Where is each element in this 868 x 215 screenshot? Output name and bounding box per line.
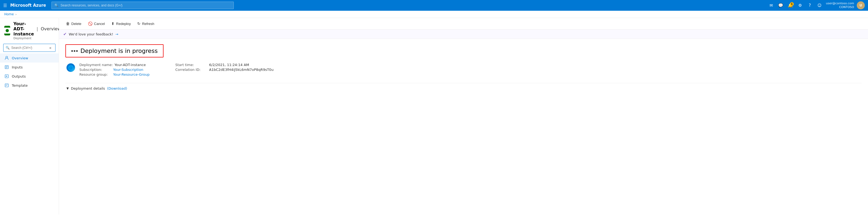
feedback-message: We'd love your feedback!	[69, 32, 114, 36]
start-time-value: 6/2/2021, 11:24:14 AM	[209, 63, 249, 67]
resource-name: Your-ADT-instance	[13, 21, 34, 36]
email-icon-btn[interactable]: ✉	[767, 1, 776, 10]
correlation-label: Correlation ID:	[175, 68, 208, 72]
correlation-row: Correlation ID: A1bC2dE3fH4iJ5kL6mN7oP8q…	[175, 68, 273, 72]
start-time-label: Start time:	[175, 63, 208, 67]
notifications-icon-btn[interactable]: 🔔 1	[786, 1, 795, 10]
overview-icon	[4, 56, 9, 60]
status-section: Deployment is in progress 🌐 Deployment n…	[59, 39, 868, 96]
search-icon: 🔍	[54, 3, 58, 7]
notification-badge: 1	[790, 2, 794, 6]
resource-group-value[interactable]: Your-Resource-Group	[113, 73, 150, 77]
outputs-icon	[4, 74, 9, 79]
cancel-icon: 🚫	[88, 22, 92, 26]
sidebar-item-template[interactable]: Template	[0, 81, 59, 90]
delete-button[interactable]: 🗑 Delete	[63, 20, 84, 27]
main-layout: Your-ADT-instance | Overview 📌 ··· Deplo…	[0, 18, 868, 214]
user-tenant: CONTOSO	[839, 5, 854, 9]
deployment-name-row: Deployment name: Your-ADT-instance	[79, 63, 150, 67]
chevron-down-icon: ▼	[66, 87, 69, 90]
dot-2	[74, 50, 75, 52]
delete-icon: 🗑	[66, 22, 70, 26]
user-info[interactable]: user@contoso.com CONTOSO	[826, 2, 854, 9]
feedback-link[interactable]: →	[115, 32, 118, 36]
settings-icon-btn[interactable]: ⚙	[796, 1, 804, 10]
brand-label: Microsoft Azure	[10, 3, 46, 8]
topbar-right: ✉ 💬 🔔 1 ⚙ ? ☺ user@contoso.com CONTOSO U	[767, 1, 865, 10]
section-label: Overview	[41, 26, 61, 31]
sidebar-header: Your-ADT-instance | Overview 📌 ··· Deplo…	[0, 18, 59, 42]
sidebar-item-inputs-label: Inputs	[12, 65, 23, 69]
deployment-info: 🌐 Deployment name: Your-ADT-instance Sub…	[65, 63, 862, 80]
sidebar-item-outputs[interactable]: Outputs	[0, 72, 59, 81]
inputs-icon	[4, 65, 9, 70]
sidebar-item-overview[interactable]: Overview	[0, 53, 59, 62]
breadcrumb-separator: ›	[15, 12, 17, 16]
subscription-label: Subscription:	[79, 68, 112, 72]
resource-group-row: Resource group: Your-Resource-Group	[79, 73, 150, 77]
sidebar-item-template-label: Template	[12, 83, 28, 87]
feedback-bar: ✔ We'd love your feedback! →	[59, 29, 868, 39]
deployment-name-label: Deployment name:	[79, 63, 113, 67]
start-time-row: Start time: 6/2/2021, 11:24:14 AM	[175, 63, 273, 67]
refresh-label: Refresh	[142, 22, 154, 26]
feedback-icon: ✔	[63, 32, 67, 36]
dot-3	[76, 50, 78, 52]
breadcrumb: Home ›	[0, 11, 868, 18]
globe-symbol: 🌐	[68, 65, 74, 71]
toolbar: 🗑 Delete 🚫 Cancel ⬆ Redeploy ↻ Refresh	[59, 18, 868, 29]
correlation-value: A1bC2dE3fH4iJ5kL6mN7oP8qR9sT0u	[209, 68, 273, 72]
deployment-globe-icon: 🌐	[66, 63, 75, 72]
deployment-name-value: Your-ADT-instance	[115, 63, 146, 67]
sidebar-search[interactable]: 🔍 «	[3, 44, 56, 52]
svg-rect-3	[5, 84, 8, 87]
redeploy-label: Redeploy	[116, 22, 131, 26]
cancel-button[interactable]: 🚫 Cancel	[85, 20, 107, 27]
sidebar: Your-ADT-instance | Overview 📌 ··· Deplo…	[0, 18, 59, 214]
subscription-row: Subscription: Your-Subscription	[79, 68, 150, 72]
timestamp-section: Start time: 6/2/2021, 11:24:14 AM Correl…	[175, 63, 273, 72]
feedback-icon-btn[interactable]: 💬	[777, 1, 785, 10]
deployment-details-label: Deployment details	[71, 86, 105, 90]
download-link[interactable]: (Download)	[107, 86, 127, 90]
sidebar-search-icon: 🔍	[6, 46, 10, 50]
deployment-details: ▼ Deployment details (Download)	[65, 83, 862, 90]
resource-icon	[4, 26, 10, 35]
breadcrumb-home[interactable]: Home	[4, 12, 14, 16]
delete-label: Delete	[71, 22, 82, 26]
hamburger-menu-icon[interactable]: ☰	[3, 3, 7, 8]
deployment-status-box: Deployment is in progress	[65, 44, 163, 57]
help-icon-btn[interactable]: ?	[806, 1, 814, 10]
resource-group-label: Resource group:	[79, 73, 112, 77]
refresh-icon: ↻	[137, 22, 141, 26]
global-search[interactable]: 🔍	[52, 2, 234, 9]
template-icon	[4, 83, 9, 88]
sidebar-item-outputs-label: Outputs	[12, 74, 26, 78]
sidebar-search-input[interactable]	[11, 46, 46, 50]
sidebar-collapse-btn[interactable]: «	[48, 45, 53, 51]
sidebar-search-wrap: 🔍 «	[0, 42, 59, 53]
redeploy-icon: ⬆	[111, 22, 115, 26]
title-separator: |	[37, 26, 38, 31]
user-avatar[interactable]: U	[857, 1, 865, 9]
refresh-button[interactable]: ↻ Refresh	[134, 20, 157, 27]
content-area: 🗑 Delete 🚫 Cancel ⬆ Redeploy ↻ Refresh ✔…	[59, 18, 868, 214]
deployment-fields: Deployment name: Your-ADT-instance Subsc…	[79, 63, 150, 77]
cancel-label: Cancel	[94, 22, 105, 26]
redeploy-button[interactable]: ⬆ Redeploy	[108, 20, 133, 27]
dot-1	[71, 50, 73, 52]
topbar: ☰ Microsoft Azure 🔍 ✉ 💬 🔔 1 ⚙ ? ☺ user@c…	[0, 0, 868, 11]
deployment-status-heading: Deployment is in progress	[81, 48, 158, 54]
status-dots	[71, 50, 78, 52]
subscription-value[interactable]: Your-Subscription	[113, 68, 143, 72]
search-input[interactable]	[61, 3, 231, 7]
user-email: user@contoso.com	[826, 2, 854, 5]
sidebar-item-inputs[interactable]: Inputs	[0, 62, 59, 72]
smiley-icon-btn[interactable]: ☺	[815, 1, 824, 10]
sidebar-item-overview-label: Overview	[12, 56, 28, 60]
